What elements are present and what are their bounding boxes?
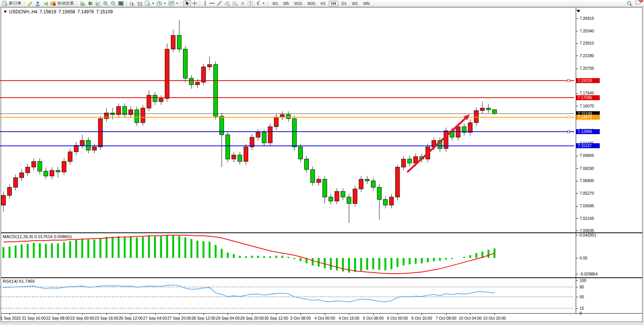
search-icon[interactable] <box>627 1 632 6</box>
rsi-pane <box>0 278 576 313</box>
candle-body <box>492 110 496 114</box>
tab-timeframe-m30[interactable]: M30 <box>305 1 317 6</box>
time-axis-tick <box>131 314 131 315</box>
time-axis-label: 21 Sep 16:00 <box>22 316 45 320</box>
tab-timeframe-h4[interactable]: H4 <box>329 1 338 6</box>
candle-body <box>468 123 472 132</box>
time-axis-label: 27 Sep 20:00 <box>167 316 191 320</box>
line-handle[interactable] <box>567 130 570 133</box>
signals-button[interactable] <box>42 0 49 6</box>
templates-button[interactable]: ▼ <box>167 0 180 6</box>
candle-body <box>262 132 266 143</box>
autotrading-button[interactable]: 自动交易 <box>49 0 75 6</box>
quote-low: 7.14976 <box>77 9 94 14</box>
tab-timeframe-h1[interactable]: H1 <box>318 1 328 6</box>
time-axis-tick <box>34 314 34 315</box>
price-axis-label: 7.26915 <box>580 16 594 21</box>
pane-separator[interactable] <box>1 232 642 233</box>
time-axis-tick <box>106 314 107 315</box>
new-chart-button[interactable]: ▼ <box>144 0 156 6</box>
time-axis-tick <box>204 314 204 315</box>
line-chart-icon <box>95 1 101 6</box>
toolbar-separator <box>181 1 182 6</box>
toolbar-separator <box>268 1 268 6</box>
community-icon <box>35 1 40 6</box>
arrows-tool-button[interactable]: ▼ <box>254 0 266 6</box>
new-order-button[interactable]: 新订单 <box>1 0 22 6</box>
tab-timeframe-d1[interactable]: D1 <box>339 1 349 6</box>
time-axis-label: 7 Oct 08:00 <box>436 316 456 320</box>
metaeditor-button[interactable] <box>26 0 34 6</box>
candle-body <box>201 67 206 82</box>
vertical-line-tool-button[interactable] <box>202 0 208 6</box>
price-axis-tick <box>576 231 578 231</box>
tab-timeframe-m15[interactable]: M15 <box>292 1 304 6</box>
pane-separator[interactable] <box>1 277 642 278</box>
chart-shift-marker-icon[interactable] <box>577 10 580 13</box>
chart-cursor-icon <box>137 1 143 6</box>
candle-body <box>165 49 169 98</box>
candle-body <box>92 147 96 150</box>
chart-title: USDCNH-,H4 7.156197.156587.149767.15109 <box>4 9 113 14</box>
bar-chart-button[interactable] <box>79 0 87 6</box>
candle-body <box>371 181 375 187</box>
price-axis-tick <box>576 69 578 69</box>
zoom-in-button[interactable] <box>102 0 109 6</box>
price-axis-tick <box>576 31 578 31</box>
tab-timeframe-m5[interactable]: M5 <box>281 1 291 6</box>
tab-timeframe-m1[interactable]: M1 <box>270 1 281 6</box>
time-axis-label: 10 Oct 20:00 <box>483 316 506 320</box>
tab-timeframe-mn[interactable]: MN <box>361 1 372 6</box>
line-handle[interactable] <box>567 79 570 82</box>
fibonacci-tool-button[interactable]: F <box>231 0 239 6</box>
candle-body <box>26 167 30 173</box>
text-label-tool-button[interactable]: T <box>246 0 254 6</box>
price-axis-label: 7.02165 <box>580 216 594 221</box>
line-chart-button[interactable] <box>94 0 102 6</box>
time-axis-tick <box>179 314 180 315</box>
candle-body <box>280 115 284 117</box>
candle-body <box>207 64 212 67</box>
price-badge-7.14673: 7.14673 <box>576 115 600 120</box>
zoom-out-button[interactable] <box>109 0 117 6</box>
svg-text:E: E <box>228 4 230 6</box>
horizontal-line-tool-button[interactable] <box>208 0 216 6</box>
crosshair-tool-button[interactable] <box>191 0 198 6</box>
autotrading-label: 自动交易 <box>57 0 74 6</box>
chat-button[interactable]: 1 <box>635 0 641 7</box>
rsi-axis-label: 50 <box>580 295 584 299</box>
quote-high: 7.15658 <box>58 9 75 14</box>
time-axis-tick <box>155 314 156 315</box>
candle-body <box>153 95 157 102</box>
trend-arrow[interactable] <box>407 118 465 172</box>
quote-open: 7.15619 <box>40 9 56 14</box>
time-axis-label: 22 Sep 08:00 <box>46 316 70 320</box>
equidistant-channel-tool-button[interactable]: E <box>223 0 231 6</box>
candle-body <box>62 162 66 172</box>
cursor-tool-button[interactable] <box>183 0 191 7</box>
macd-values: 0.017516 0.008651 <box>34 234 72 239</box>
candle-body <box>141 108 145 123</box>
trendline-tool-button[interactable] <box>216 0 223 6</box>
zoom-out-icon <box>111 1 116 6</box>
collapse-triangle-icon[interactable] <box>4 11 7 13</box>
periods-button[interactable]: ▼ <box>156 0 167 6</box>
candlestick-chart-button[interactable] <box>87 0 94 6</box>
indicator-window-button[interactable] <box>136 0 144 6</box>
toolbar-separator <box>77 1 77 6</box>
channel-icon: E <box>224 1 230 6</box>
price-pane <box>0 7 576 232</box>
candle-body <box>189 78 193 85</box>
line-handle[interactable] <box>567 116 570 118</box>
candle-body <box>135 110 139 123</box>
time-axis-label: 6 Oct 16:00 <box>411 316 432 320</box>
tab-timeframe-w1[interactable]: W1 <box>350 1 360 6</box>
toolbar-right-group: 1 <box>627 0 641 7</box>
price-axis-tick <box>576 181 578 181</box>
time-axis-label: 4 Oct 16:00 <box>339 316 359 320</box>
strategy-tester-button[interactable] <box>128 0 136 6</box>
text-tool-button[interactable]: A <box>239 0 246 6</box>
time-axis-tick <box>495 314 495 315</box>
tile-windows-button[interactable] <box>117 0 125 6</box>
community-button[interactable] <box>34 0 42 6</box>
